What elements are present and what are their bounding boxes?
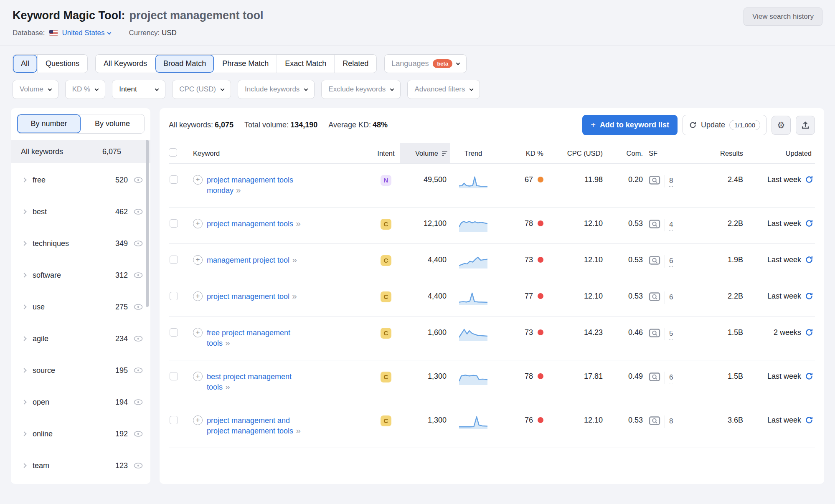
intent-badge[interactable]: C — [381, 291, 391, 302]
row-checkbox[interactable] — [170, 292, 178, 300]
add-keyword-icon[interactable]: + — [193, 328, 203, 337]
col-results[interactable]: Results — [690, 149, 743, 157]
languages-dropdown[interactable]: Languages beta — [384, 54, 467, 73]
select-all-checkbox[interactable] — [169, 148, 177, 157]
keyword-link[interactable]: project management tool — [207, 292, 289, 301]
keyword-link[interactable]: project management and project managemen… — [207, 416, 293, 435]
serp-features-icon[interactable] — [649, 328, 660, 340]
intent-badge[interactable]: N — [381, 175, 391, 186]
double-chevron-icon[interactable]: » — [292, 255, 297, 264]
refresh-icon[interactable] — [805, 219, 813, 228]
col-intent[interactable]: Intent — [372, 149, 400, 157]
sidebar-keyword-group[interactable]: open 194 — [19, 386, 143, 418]
eye-icon[interactable] — [134, 209, 143, 215]
keyword-link[interactable]: project management tools — [207, 220, 293, 228]
sidebar-scrollbar[interactable] — [146, 140, 149, 307]
filter-include-keywords[interactable]: Include keywords — [238, 80, 315, 99]
chevron-right-icon[interactable] — [22, 177, 26, 182]
tab-all-keywords[interactable]: All Keywords — [96, 55, 155, 73]
tab-all[interactable]: All — [13, 55, 37, 73]
double-chevron-icon[interactable]: » — [236, 185, 241, 195]
col-volume[interactable]: Volume — [400, 143, 450, 163]
eye-icon[interactable] — [134, 177, 143, 183]
filter-exclude-keywords[interactable]: Exclude keywords — [321, 80, 401, 99]
keyword-link[interactable]: best project management tools — [207, 372, 292, 391]
sidebar-keyword-group[interactable]: use 275 — [19, 291, 143, 323]
tab-broad-match[interactable]: Broad Match — [155, 55, 214, 73]
intent-badge[interactable]: C — [381, 372, 391, 382]
col-com[interactable]: Com. — [603, 149, 643, 157]
refresh-icon[interactable] — [805, 256, 813, 264]
keyword-link[interactable]: management project tool — [207, 256, 289, 264]
toggle-by-number[interactable]: By number — [17, 114, 81, 133]
row-checkbox[interactable] — [170, 328, 178, 337]
tab-exact-match[interactable]: Exact Match — [277, 55, 334, 73]
refresh-icon[interactable] — [805, 175, 813, 184]
chevron-right-icon[interactable] — [22, 368, 26, 372]
serp-features-icon[interactable] — [649, 372, 660, 384]
col-trend[interactable]: Trend — [450, 149, 497, 157]
row-checkbox[interactable] — [170, 175, 178, 184]
add-keyword-icon[interactable]: + — [193, 255, 203, 265]
sidebar-keyword-group[interactable]: online 192 — [19, 418, 143, 450]
col-sf[interactable]: SF — [643, 149, 690, 157]
all-keywords-row[interactable]: All keywords 6,075 — [11, 140, 150, 163]
chevron-right-icon[interactable] — [22, 463, 26, 468]
sf-count[interactable]: 6 — [669, 293, 673, 303]
sf-count[interactable]: 6 — [669, 256, 673, 267]
sf-count[interactable]: 5 — [669, 329, 673, 339]
add-keyword-icon[interactable]: + — [193, 291, 203, 301]
keyword-link[interactable]: free project management tools — [207, 329, 290, 347]
eye-icon[interactable] — [134, 304, 143, 310]
settings-button[interactable]: ⚙ — [772, 116, 791, 135]
tab-questions[interactable]: Questions — [37, 55, 87, 73]
double-chevron-icon[interactable]: » — [292, 291, 297, 301]
add-keyword-icon[interactable]: + — [193, 415, 203, 425]
tab-phrase-match[interactable]: Phrase Match — [214, 55, 277, 73]
sidebar-keyword-group[interactable]: free 520 — [19, 164, 143, 196]
serp-features-icon[interactable] — [649, 219, 660, 231]
sidebar-keyword-group[interactable]: team 123 — [19, 450, 143, 481]
filter-cpc-usd-[interactable]: CPC (USD) — [172, 80, 231, 99]
refresh-icon[interactable] — [805, 416, 813, 424]
filter-advanced-filters[interactable]: Advanced filters — [407, 80, 480, 99]
row-checkbox[interactable] — [170, 256, 178, 264]
double-chevron-icon[interactable]: » — [296, 425, 301, 435]
sf-count[interactable]: 8 — [669, 417, 673, 427]
add-to-keyword-list-button[interactable]: + Add to keyword list — [582, 115, 678, 135]
eye-icon[interactable] — [134, 367, 143, 373]
add-keyword-icon[interactable]: + — [193, 219, 203, 228]
keyword-link[interactable]: project management tools monday — [207, 176, 293, 195]
double-chevron-icon[interactable]: » — [225, 382, 230, 391]
eye-icon[interactable] — [134, 399, 143, 405]
sidebar-keyword-group[interactable]: best 462 — [19, 196, 143, 228]
intent-badge[interactable]: C — [381, 415, 391, 426]
double-chevron-icon[interactable]: » — [225, 338, 230, 347]
chevron-right-icon[interactable] — [22, 400, 26, 404]
sf-count[interactable]: 8 — [669, 176, 673, 187]
view-search-history-button[interactable]: View search history — [744, 8, 822, 26]
eye-icon[interactable] — [134, 431, 143, 437]
sf-count[interactable]: 4 — [669, 220, 673, 230]
row-checkbox[interactable] — [170, 219, 178, 228]
serp-features-icon[interactable] — [649, 256, 660, 267]
chevron-right-icon[interactable] — [22, 304, 26, 309]
chevron-right-icon[interactable] — [22, 336, 26, 341]
update-button[interactable]: Update 1/1,000 — [683, 115, 766, 135]
filter-volume[interactable]: Volume — [13, 80, 58, 99]
sf-count[interactable]: 6 — [669, 373, 673, 383]
double-chevron-icon[interactable]: » — [296, 218, 301, 228]
database-selector[interactable]: United States — [62, 29, 111, 37]
row-checkbox[interactable] — [170, 416, 178, 424]
chevron-right-icon[interactable] — [22, 431, 26, 436]
intent-badge[interactable]: C — [381, 219, 391, 230]
serp-features-icon[interactable] — [649, 416, 660, 428]
refresh-icon[interactable] — [805, 328, 813, 337]
export-button[interactable] — [796, 116, 815, 135]
serp-features-icon[interactable] — [649, 292, 660, 304]
col-cpc[interactable]: CPC (USD) — [543, 149, 603, 157]
tab-related[interactable]: Related — [334, 55, 376, 73]
sidebar-keyword-group[interactable]: software 312 — [19, 259, 143, 291]
chevron-right-icon[interactable] — [22, 273, 26, 277]
sidebar-keyword-group[interactable]: techniques 349 — [19, 228, 143, 259]
